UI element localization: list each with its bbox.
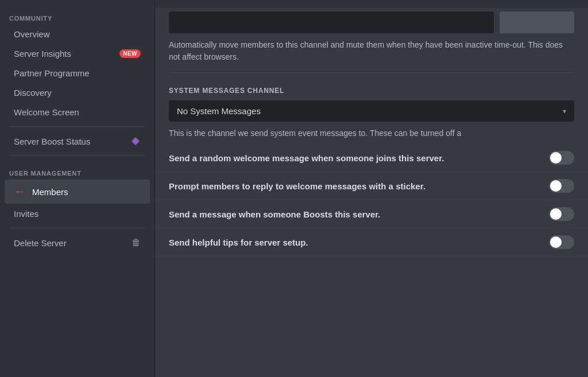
community-section-label: COMMUNITY — [0, 6, 154, 24]
members-arrow-icon: ← — [14, 184, 26, 199]
divider-before-user-management — [9, 156, 145, 156]
channel-description: This is the channel we send system event… — [155, 122, 588, 144]
boost-diamond-icon — [130, 136, 141, 146]
sidebar-item-label: Welcome Screen — [14, 107, 79, 117]
sidebar-item-label: Members — [32, 187, 68, 197]
sidebar-item-label: Delete Server — [14, 238, 67, 248]
sidebar: COMMUNITY Overview Server Insights NEW P… — [0, 0, 155, 377]
toggle-helpful-tips[interactable] — [549, 235, 574, 249]
sidebar-item-members[interactable]: ← Members — [5, 180, 150, 204]
divider-before-delete — [9, 228, 145, 228]
sidebar-item-label: Partner Programme — [14, 68, 90, 78]
toggle-label-welcome-message: Send a random welcome message when someo… — [169, 152, 444, 164]
sidebar-item-partner-programme[interactable]: Partner Programme — [5, 64, 150, 83]
user-management-section-label: USER MANAGEMENT — [0, 161, 154, 179]
sidebar-item-label: Overview — [14, 29, 50, 39]
sidebar-item-welcome-screen[interactable]: Welcome Screen — [5, 103, 150, 122]
toggle-label-helpful-tips: Send helpful tips for server setup. — [169, 236, 308, 248]
system-messages-dropdown[interactable]: No System Messages ▾ — [169, 100, 574, 122]
content-area: Automatically move members to this chann… — [155, 0, 588, 274]
toggle-row-boost-message: Send a message when someone Boosts this … — [155, 200, 588, 228]
sidebar-item-label: Discovery — [14, 88, 52, 98]
sidebar-item-invites[interactable]: Invites — [5, 204, 150, 223]
dropdown-value: No System Messages — [177, 106, 261, 116]
sidebar-item-discovery[interactable]: Discovery — [5, 83, 150, 102]
main-content: Automatically move members to this chann… — [155, 0, 588, 377]
toggle-sticker-reply[interactable] — [549, 179, 574, 193]
toggle-row-sticker-reply: Prompt members to reply to welcome messa… — [155, 172, 588, 200]
divider-after-community — [9, 126, 145, 127]
toggle-knob — [550, 152, 562, 164]
sidebar-item-overview[interactable]: Overview — [5, 25, 150, 44]
sidebar-item-left: Server Insights — [14, 49, 71, 59]
toggle-knob — [550, 208, 562, 220]
members-label-group: ← Members — [14, 184, 68, 199]
toggle-label-sticker-reply: Prompt members to reply to welcome messa… — [169, 180, 425, 192]
sidebar-item-server-boost[interactable]: Server Boost Status — [5, 131, 150, 151]
toggle-row-helpful-tips: Send helpful tips for server setup. — [155, 228, 588, 256]
new-badge: NEW — [119, 49, 141, 58]
toggle-welcome-message[interactable] — [549, 151, 574, 165]
toggle-knob — [550, 180, 562, 192]
trash-icon: 🗑 — [131, 238, 141, 248]
sidebar-item-server-insights[interactable]: Server Insights NEW — [5, 44, 150, 63]
system-messages-section-title: SYSTEM MESSAGES CHANNEL — [155, 73, 588, 100]
toggle-label-boost-message: Send a message when someone Boosts this … — [169, 208, 380, 220]
inactive-description: Automatically move members to this chann… — [155, 33, 588, 72]
sidebar-item-label: Server Boost Status — [14, 137, 90, 146]
toggle-knob — [550, 236, 562, 248]
toggle-boost-message[interactable] — [549, 207, 574, 221]
chevron-down-icon: ▾ — [563, 107, 566, 115]
sidebar-item-label: Invites — [14, 209, 38, 219]
toggle-row-welcome-message: Send a random welcome message when someo… — [155, 144, 588, 172]
sidebar-item-delete-server[interactable]: Delete Server 🗑 — [5, 233, 150, 252]
sidebar-item-label: Server Insights — [14, 49, 71, 59]
